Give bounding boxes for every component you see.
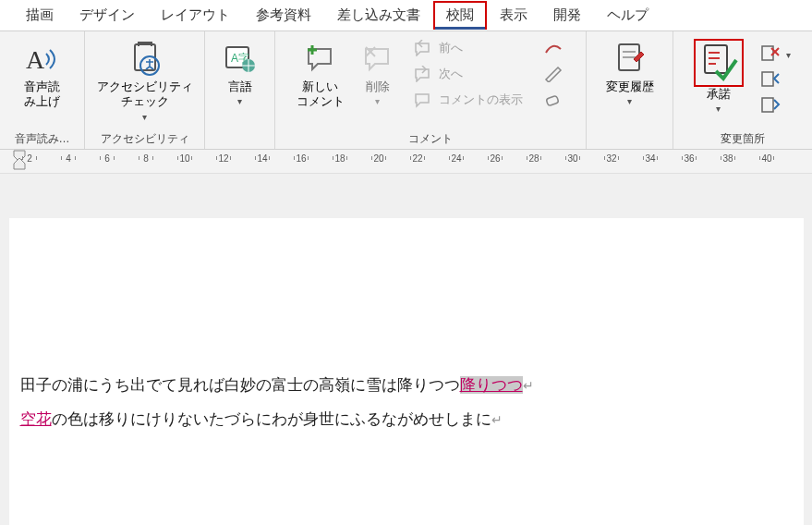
chevron-down-icon: ▾ xyxy=(142,112,147,122)
next-change-icon xyxy=(760,96,781,115)
new-comment-icon xyxy=(303,39,338,79)
pen-button[interactable] xyxy=(539,63,567,85)
ruler-tick: 6 xyxy=(98,153,116,164)
group-accessibility: アクセシビリティ チェック ▾ アクセシビリティ xyxy=(85,31,205,149)
tab-mailings[interactable]: 差し込み文書 xyxy=(324,1,433,30)
tab-layout[interactable]: レイアウト xyxy=(148,1,243,30)
eraser-icon xyxy=(543,91,564,109)
svg-rect-22 xyxy=(762,98,773,112)
comment-nav-col: 前へ 次へ コメントの表示 xyxy=(406,35,530,113)
accessibility-icon xyxy=(127,39,164,79)
text-run[interactable]: 田子の浦にうち出でて見れば白妙の富士の高嶺に雪は降りつつ xyxy=(20,376,460,394)
track-changes-button[interactable]: 変更履歴 ▾ xyxy=(600,35,660,110)
group-speech-label: 音声読み… xyxy=(15,129,70,147)
next-comment-button[interactable]: 次へ xyxy=(409,63,527,85)
group-changes: 承諾 ▾ ▾ xyxy=(673,31,812,149)
chevron-down-icon: ▾ xyxy=(716,104,721,114)
prev-comment-label: 前へ xyxy=(439,40,463,56)
tab-references[interactable]: 参考資料 xyxy=(243,1,324,30)
delete-comment-icon xyxy=(360,39,395,79)
ruler-tick: 30 xyxy=(564,153,582,164)
svg-rect-21 xyxy=(762,72,773,86)
ruler-tick: 2 xyxy=(20,153,39,164)
paragraph-mark-icon: ↵ xyxy=(523,379,534,393)
ink-button[interactable] xyxy=(539,37,567,59)
ruler-tick: 26 xyxy=(486,153,504,164)
tab-design[interactable]: デザイン xyxy=(67,1,148,30)
ruler-tick: 20 xyxy=(370,153,388,164)
pen-icon xyxy=(543,65,564,83)
ruler-tick: 32 xyxy=(602,153,621,164)
new-comment-button[interactable]: 新しい コメント xyxy=(291,35,350,114)
delete-comment-button[interactable]: 削除 ▾ xyxy=(350,35,406,110)
chevron-down-icon: ▾ xyxy=(786,50,791,60)
next-change-button[interactable] xyxy=(757,94,794,116)
accept-icon xyxy=(697,43,740,83)
group-comments: 新しい コメント 削除 ▾ 前へ xyxy=(275,31,587,149)
ruler-tick: 28 xyxy=(525,153,543,164)
ruler-tick: 14 xyxy=(253,153,272,164)
ribbon: A 音声読 み上げ 音声読み… xyxy=(0,31,812,150)
show-comments-button[interactable]: コメントの表示 xyxy=(409,89,527,111)
ruler-tick: 16 xyxy=(292,153,310,164)
tracked-insert[interactable]: 空花 xyxy=(20,410,52,428)
group-accessibility-label: アクセシビリティ xyxy=(101,129,189,147)
accept-label: 承諾 xyxy=(707,87,731,102)
ruler-tick: 4 xyxy=(59,153,78,164)
ruler-tick: 8 xyxy=(137,153,155,164)
document-area: 田子の浦にうち出でて見れば白妙の富士の高嶺に雪は降りつつ降りつつ↵ 空花の色は移… xyxy=(0,174,812,525)
ruler-tick: 24 xyxy=(447,153,466,164)
read-aloud-button[interactable]: A 音声読 み上げ xyxy=(15,35,70,114)
tracked-insert[interactable]: 降りつつ xyxy=(460,376,523,394)
prev-change-button[interactable] xyxy=(757,68,794,91)
tab-review[interactable]: 校閲 xyxy=(433,1,487,30)
accept-button[interactable]: 承諾 ▾ xyxy=(688,35,749,117)
chevron-down-icon: ▾ xyxy=(627,96,632,106)
ruler-tick: 38 xyxy=(719,153,737,164)
paragraph-2[interactable]: 空花の色は移りにけりないたづらにわが身世にふるながめせしまに↵ xyxy=(20,406,793,434)
document-page[interactable]: 田子の浦にうち出でて見れば白妙の富士の高嶺に雪は降りつつ降りつつ↵ 空花の色は移… xyxy=(9,218,804,525)
ruler-tick: 10 xyxy=(176,153,194,164)
accept-highlight xyxy=(694,39,744,87)
svg-text:A: A xyxy=(26,45,45,74)
ruler-tick: 18 xyxy=(331,153,349,164)
read-aloud-icon: A xyxy=(24,39,61,79)
text-run[interactable]: の色は移りにけりないたづらにわが身世にふるながめせしまに xyxy=(52,410,491,428)
group-changes-label: 変更箇所 xyxy=(721,129,765,147)
ruler-tick: 36 xyxy=(680,153,698,164)
next-comment-icon xyxy=(413,65,433,83)
group-speech: A 音声読 み上げ 音声読み… xyxy=(0,31,85,149)
changes-side-col: ▾ xyxy=(753,41,798,118)
new-comment-label: 新しい コメント xyxy=(297,79,345,110)
ribbon-tabbar: 描画 デザイン レイアウト 参考資料 差し込み文書 校閲 表示 開発 ヘルプ xyxy=(0,0,812,31)
tab-draw[interactable]: 描画 xyxy=(13,1,67,30)
chevron-down-icon: ▾ xyxy=(237,96,242,106)
reject-icon xyxy=(760,44,781,63)
paragraph-mark-icon: ↵ xyxy=(491,413,503,427)
horizontal-ruler[interactable]: 246810121416182022242628303234363840 xyxy=(0,150,812,174)
tab-developer[interactable]: 開発 xyxy=(540,1,594,30)
language-label: 言語 xyxy=(228,79,252,94)
ruler-tick: 22 xyxy=(408,153,427,164)
read-aloud-label: 音声読 み上げ xyxy=(24,79,60,110)
track-changes-icon xyxy=(612,39,648,79)
group-tracking: 変更履歴 ▾ xyxy=(587,31,673,149)
eraser-button[interactable] xyxy=(539,89,567,111)
paragraph-1[interactable]: 田子の浦にうち出でて見れば白妙の富士の高嶺に雪は降りつつ降りつつ↵ xyxy=(20,372,793,400)
prev-comment-button[interactable]: 前へ xyxy=(409,37,527,59)
accessibility-check-button[interactable]: アクセシビリティ チェック ▾ xyxy=(91,35,199,126)
show-comments-icon xyxy=(413,91,433,109)
ink-icon xyxy=(543,39,564,57)
svg-rect-10 xyxy=(545,95,558,106)
reject-button[interactable]: ▾ xyxy=(757,43,794,65)
tab-help[interactable]: ヘルプ xyxy=(594,1,661,30)
prev-change-icon xyxy=(760,70,781,89)
language-button[interactable]: A字 言語 ▾ xyxy=(212,35,268,110)
ruler-tick: 34 xyxy=(641,153,660,164)
chevron-down-icon: ▾ xyxy=(375,96,380,106)
tab-view[interactable]: 表示 xyxy=(487,1,540,30)
group-language: A字 言語 ▾ xyxy=(205,31,275,149)
language-icon: A字 xyxy=(224,39,257,79)
prev-comment-icon xyxy=(413,39,433,57)
delete-comment-label: 削除 xyxy=(366,79,390,94)
